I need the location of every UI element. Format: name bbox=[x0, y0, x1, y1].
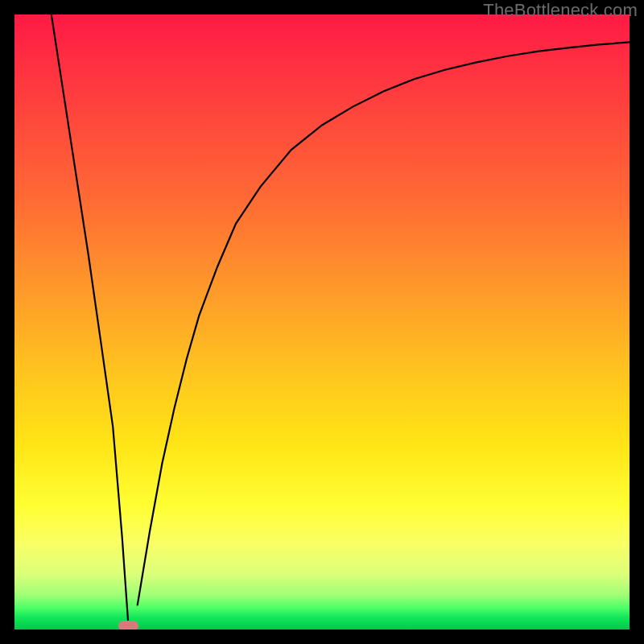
chart-frame: TheBottleneck.com bbox=[0, 0, 644, 644]
plot-area bbox=[14, 14, 630, 630]
curve-right-segment bbox=[138, 42, 630, 605]
bottleneck-curve bbox=[14, 14, 630, 630]
watermark-text: TheBottleneck.com bbox=[483, 0, 638, 21]
optimum-marker bbox=[118, 621, 138, 630]
curve-left-segment bbox=[52, 14, 129, 623]
